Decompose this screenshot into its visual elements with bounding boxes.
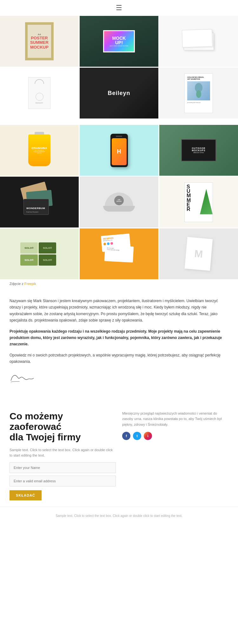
about-section: Nazywam się Mark Stanson i jestem kreaty… bbox=[0, 288, 238, 398]
gallery-cell-poster: A4 POSTERSUMMERMOCKUP bbox=[0, 16, 79, 67]
footer-text: Sample text. Click to select the text bo… bbox=[56, 514, 182, 518]
facebook-icon[interactable]: f bbox=[122, 432, 130, 440]
letter-m-text: M bbox=[194, 247, 203, 260]
outdoor-sub: billboard series bbox=[193, 152, 204, 153]
exhibit-footer-text: presenting the finest art bbox=[187, 102, 210, 103]
mem-icon-2 bbox=[107, 242, 110, 245]
services-right-desc: Miesięczny przegląd najświeższych wiadom… bbox=[122, 411, 228, 428]
cap-brim bbox=[103, 206, 135, 212]
exhibit-image bbox=[187, 81, 210, 100]
freepik-link[interactable]: Freepik bbox=[24, 282, 36, 286]
beileyn-text: Beileyn bbox=[108, 90, 130, 96]
source-credit: Zdjęcie z Freepik bbox=[0, 279, 238, 288]
services-left-desc: Sample text. Click to select the text bo… bbox=[10, 447, 116, 458]
twitter-label: t bbox=[136, 434, 138, 438]
summer-poster: SUMMER bbox=[184, 182, 213, 222]
solo-card-2: SOLO® bbox=[39, 242, 56, 254]
signature-svg bbox=[10, 371, 35, 384]
memphis-card-2-inner: 00-123-4567 YOUR BRAND NAME bbox=[105, 245, 134, 254]
mem-icon-3 bbox=[110, 242, 113, 245]
cap-badge-text: CAPDESIGN bbox=[116, 199, 121, 202]
twitter-icon[interactable]: t bbox=[133, 432, 141, 440]
gallery-cell-cap: CAPDESIGN bbox=[80, 177, 158, 227]
exhibit-title: AVALANCHE ANNUALART EXHIBITION bbox=[187, 76, 210, 80]
solo-card-4: SOLO® bbox=[39, 254, 56, 266]
gallery-bottom: ORANGINA Fresh & Organic REALISTIC PHOTO… bbox=[0, 125, 238, 279]
about-paragraph-3: Opowiedz mi o swoich potrzebach projekto… bbox=[10, 352, 228, 365]
social-icons-group: f t i bbox=[122, 432, 228, 440]
phone-screen: H bbox=[112, 138, 127, 165]
memphis-card-2: 00-123-4567 YOUR BRAND NAME bbox=[104, 245, 134, 263]
services-section: Co możemy zaoferować dla Twojej firmy Sa… bbox=[0, 398, 238, 507]
gallery-cell-billboard: MOCK UP! your vision should be here bbox=[80, 16, 158, 67]
billboard-text2: UP! bbox=[115, 40, 123, 45]
gallery-cell-letter-m: M bbox=[159, 228, 238, 279]
beileyn-sign: Beileyn bbox=[108, 90, 130, 97]
instagram-label: i bbox=[147, 434, 148, 438]
gallery-cell-beileyn: Beileyn bbox=[80, 68, 158, 119]
billboard-subtext: your vision should be here bbox=[110, 45, 128, 47]
bag-handle bbox=[35, 79, 44, 84]
phone-letter: H bbox=[117, 148, 121, 155]
orangina-sub2: REALISTIC PHOTOSHOPMOCK-UP bbox=[34, 151, 45, 154]
signature bbox=[10, 371, 228, 385]
memphis-cards: MEMPHIS BRANDING CO. 00-123-4567 YOUR BR… bbox=[100, 232, 138, 276]
header: ☰ bbox=[0, 0, 238, 16]
source-prefix: Zdjęcie z bbox=[10, 282, 24, 286]
billboard-text1: MOCK bbox=[112, 36, 126, 40]
services-right-panel: Miesięczny przegląd najświeższych wiadom… bbox=[122, 411, 228, 500]
solo-cards: SOLO® SOLO® SOLO® SOLO® bbox=[20, 242, 58, 266]
gallery-cell-memphis: MEMPHIS BRANDING CO. 00-123-4567 YOUR BR… bbox=[80, 228, 158, 279]
instagram-icon[interactable]: i bbox=[144, 432, 152, 440]
email-input[interactable] bbox=[10, 476, 116, 486]
gallery-cell-wonderbum: WONDERBUM Karina Drysen bbox=[0, 177, 79, 227]
gallery-cell-solo: SOLO® SOLO® SOLO® SOLO® bbox=[0, 228, 79, 279]
gallery-cell-business-card: THOMAS SMITH GRAPHIC DESIGNER contact@ma… bbox=[159, 16, 238, 67]
poster-title: POSTERSUMMERMOCKUP bbox=[30, 36, 49, 50]
letter-paper: M bbox=[185, 237, 213, 271]
about-paragraph-2: Projektuję opakowania każdego rodzaju i … bbox=[10, 328, 228, 348]
services-title-line1: Co możemy zaoferować bbox=[10, 411, 63, 432]
menu-icon[interactable]: ☰ bbox=[116, 4, 122, 12]
submit-button[interactable]: SKŁADAĆ bbox=[10, 490, 42, 500]
gallery-cell-orangina: ORANGINA Fresh & Organic REALISTIC PHOTO… bbox=[0, 125, 79, 176]
svg-point-1 bbox=[196, 90, 201, 98]
wb-card-3: WONDERBUM Karina Drysen bbox=[23, 199, 49, 215]
orangina-brand: ORANGINA bbox=[32, 147, 47, 150]
name-input[interactable] bbox=[10, 462, 116, 473]
cap-badge: CAPDESIGN bbox=[114, 196, 124, 205]
gallery-cell-exhibition: AVALANCHE ANNUALART EXHIBITION presentin… bbox=[159, 68, 238, 119]
about-paragraph-1: Nazywam się Mark Stanson i jestem kreaty… bbox=[10, 298, 228, 324]
business-card-back bbox=[182, 29, 213, 47]
outdoor-bg: OUTDOORMOCKUPS billboard series bbox=[159, 125, 238, 176]
billboard-mockup: MOCK UP! your vision should be here bbox=[103, 30, 135, 52]
gallery-cell-outdoor: OUTDOORMOCKUPS billboard series bbox=[159, 125, 238, 176]
gallery-top: A4 POSTERSUMMERMOCKUP MOCK UP! your visi… bbox=[0, 16, 238, 119]
solo-card-3: SOLO® bbox=[20, 254, 38, 266]
services-left-panel: Co możemy zaoferować dla Twojej firmy Sa… bbox=[10, 411, 116, 500]
wonderbum-name: Karina Drysen bbox=[26, 211, 38, 213]
bag-label: BAKERY bbox=[36, 102, 43, 104]
phone-mockup: H bbox=[110, 134, 128, 167]
exhibition-poster: AVALANCHE ANNUALART EXHIBITION presentin… bbox=[184, 73, 213, 113]
solo-card-1: SOLO® bbox=[20, 242, 38, 254]
facebook-label: f bbox=[126, 434, 127, 438]
outdoor-title: OUTDOORMOCKUPS bbox=[192, 147, 206, 152]
wonderbum-brand: WONDERBUM bbox=[26, 207, 45, 210]
orangina-cup: ORANGINA Fresh & Organic REALISTIC PHOTO… bbox=[28, 134, 50, 166]
cap-mockup: CAPDESIGN bbox=[103, 189, 135, 215]
bakery-bag: BAKERY bbox=[28, 77, 50, 109]
services-title: Co możemy zaoferować dla Twojej firmy bbox=[10, 411, 116, 442]
exhibit-figure-svg bbox=[192, 83, 205, 99]
services-title-line2: dla Twojej firmy bbox=[10, 432, 81, 442]
gallery-cell-phone: H bbox=[80, 125, 158, 176]
wonderbum-cards: WONDERBUM Karina Drysen bbox=[22, 181, 57, 223]
poster-mockup: A4 POSTERSUMMERMOCKUP bbox=[25, 22, 54, 60]
outdoor-board: OUTDOORMOCKUPS billboard series bbox=[181, 139, 216, 161]
gallery-cell-summer-poster: SUMMER bbox=[159, 177, 238, 227]
gallery-cell-bakery-bag: BAKERY bbox=[0, 68, 79, 119]
footer: Sample text. Click to select the text bo… bbox=[0, 507, 238, 525]
bag-logo-icon bbox=[36, 93, 43, 101]
letter-bg: M bbox=[159, 228, 238, 279]
